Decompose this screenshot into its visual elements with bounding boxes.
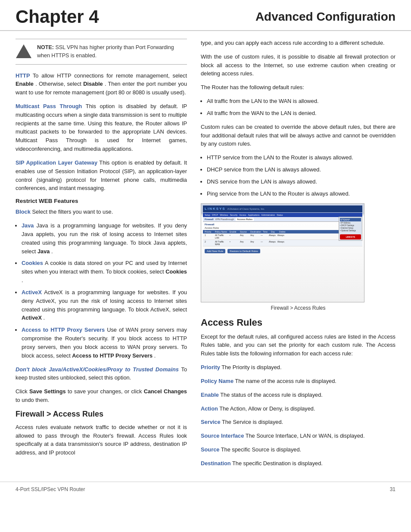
ss-r1-time: — — [261, 234, 267, 239]
policy-name-term: Policy Name — [201, 378, 234, 384]
save-para: Click Save Settings to save your changes… — [16, 387, 187, 404]
ss-r1-dest: Any — [250, 234, 259, 239]
firewall-body-text: Access rules evaluate network traffic to… — [16, 424, 187, 456]
service-body: The Service is displayed. — [222, 419, 283, 425]
list-item: HTTP service from the LAN to the Router … — [207, 153, 395, 162]
ss-col-enable: Enable — [230, 230, 238, 233]
activex-end: . — [44, 314, 45, 321]
ss-r2-dest: Any — [250, 240, 259, 246]
note-content: NOTE: SSL VPN has higher priority than P… — [37, 44, 187, 60]
ss-col-time: Time — [263, 230, 269, 233]
list-item: DNS service from the LAN is always allow… — [207, 177, 395, 186]
firewall-heading: Firewall > Access Rules — [16, 410, 187, 419]
multicast-para: Multicast Pass Through This option is di… — [16, 102, 187, 153]
ss-nav-dhcp: DHCP — [212, 214, 218, 216]
ss-sidebar-content: • IP Address • DHCP Settings • Internet … — [340, 222, 361, 233]
right-intro: type, and you can apply each access rule… — [201, 39, 395, 47]
ss-r2-enable: • — [230, 240, 238, 246]
service-term: Service — [201, 419, 221, 425]
list-item: All traffic from the LAN to the WAN is a… — [207, 97, 395, 106]
right-column: type, and you can apply each access rule… — [196, 39, 395, 473]
ss-linksys-badge: LINKSYS — [340, 234, 361, 240]
field-service: Service The Service is displayed. — [201, 418, 395, 426]
dont-block-term: Don't block Java/ActiveX/Cookies/Proxy t… — [16, 366, 179, 373]
proxy-term: Access to HTTP Proxy Servers — [22, 327, 105, 333]
enable-term: Enable — [201, 392, 219, 398]
block-body: Select the filters you want to use. — [32, 208, 113, 215]
ss-restore-button[interactable]: Restore to Default Rules — [227, 249, 260, 253]
field-source-interface: Source Interface The Source Interface, L… — [201, 432, 395, 440]
ss-tab-firewall: Firewall — [205, 218, 213, 221]
activex-body: ActiveX is a programming language for we… — [22, 289, 187, 313]
cookies-term: Cookies — [22, 260, 43, 266]
source-body: The specific Source is displayed. — [221, 446, 301, 453]
ss-linksys-logo: LINKSYS — [205, 207, 226, 211]
restrict-heading: Restrict WEB Features — [16, 198, 187, 204]
firewall-body: Access rules evaluate network traffic to… — [16, 423, 187, 457]
ss-r2-time: — — [261, 240, 267, 246]
ss-col-dest: Destination — [250, 230, 261, 233]
chapter-title: Chapter 4 — [16, 8, 99, 26]
ss-nav-status: Status — [277, 214, 283, 216]
ss-add-button[interactable]: Add New Rule — [205, 249, 225, 253]
http-term: HTTP — [16, 72, 30, 79]
cancel-bold: Cancel Changes — [144, 388, 187, 395]
save-bold: Save Settings — [29, 388, 66, 395]
ss-logo-sub: A Division of Cisco Systems, Inc. — [227, 208, 265, 210]
ss-r2-source: Any — [240, 240, 249, 246]
page-footer: 4-Port SSL/IPSec VPN Router 31 — [0, 482, 411, 497]
note-body: SSL VPN has higher priority than Port Fo… — [37, 44, 174, 59]
ss-col-day: Day — [271, 230, 277, 233]
default-rules-list: All traffic from the LAN to the WAN is a… — [207, 97, 395, 118]
destination-body: The specific Destination is displayed. — [232, 460, 323, 467]
java-bold: Java — [37, 248, 50, 255]
field-action: Action The Action, Allow or Deny, is dis… — [201, 404, 395, 413]
destination-term: Destination — [201, 460, 231, 467]
cookies-bold: Cookies — [165, 268, 187, 275]
block-para: Block Select the filters you want to use… — [16, 208, 187, 216]
activex-term: ActiveX — [22, 289, 42, 296]
field-priority: Priority The Priority is displayed. — [201, 363, 395, 372]
ss-r1-day: Always — [269, 234, 276, 239]
ss-r2-delete: Always — [277, 240, 361, 246]
field-destination: Destination The specific Destination is … — [201, 459, 395, 468]
save-end: to undo them. — [16, 397, 49, 403]
http-disable: Disable — [83, 81, 103, 87]
multicast-term: Multicast Pass Through — [16, 103, 82, 109]
section-title: Advanced Configuration — [255, 8, 395, 24]
sip-para: SIP Application Layer Gateway This optio… — [16, 159, 187, 193]
source-interface-term: Source Interface — [201, 432, 244, 439]
source-term: Source — [201, 446, 219, 453]
http-body: To allow HTTP connections for remote man… — [33, 72, 187, 79]
warning-icon — [16, 44, 31, 58]
ss-r2-priority: 2 — [205, 240, 213, 246]
java-term: Java — [22, 222, 34, 229]
list-item: Java Java is a programming language for … — [22, 221, 187, 255]
list-item: Cookies A cookie is data stored on your … — [22, 259, 187, 284]
cookies-end: . — [22, 277, 23, 283]
policy-name-body: The name of the access rule is displayed… — [235, 378, 336, 384]
page-header: Chapter 4 Advanced Configuration — [0, 0, 411, 31]
ss-nav-access: Access — [239, 214, 246, 216]
access-rules-heading: Access Rules — [201, 317, 395, 328]
left-column: NOTE: SSL VPN has higher priority than P… — [16, 39, 196, 473]
content-area: NOTE: SSL VPN has higher priority than P… — [0, 39, 411, 473]
ss-button-row: Add New Rule Restore to Default Rules — [203, 247, 362, 255]
ss-header-bar: LINKSYS A Division of Cisco Systems, Inc… — [203, 205, 362, 212]
dont-block-para: Don't block Java/ActiveX/Cookies/Proxy t… — [16, 365, 187, 383]
java-end: . — [51, 248, 53, 255]
cookies-body: A cookie is data stored on your PC and u… — [22, 260, 187, 275]
screenshot-box: LINKSYS A Division of Cisco Systems, Inc… — [201, 203, 364, 302]
ss-col-priority: Priority — [205, 230, 213, 233]
http-para: HTTP To allow HTTP connections for remot… — [16, 72, 187, 97]
footer-product: 4-Port SSL/IPSec VPN Router — [16, 486, 85, 492]
footer-page: 31 — [390, 486, 395, 492]
field-enable: Enable The status of the access rule is … — [201, 391, 395, 399]
proxy-end: . — [154, 352, 156, 359]
ss-r2-day: Always — [269, 240, 276, 246]
ss-col-source: Source — [240, 230, 249, 233]
ss-tab-access: Access Rules — [236, 218, 254, 221]
ss-nav-admin: Administration — [262, 214, 275, 216]
ss-nav-apps: Applications — [248, 214, 260, 216]
ss-r1-name: All Traffic LAN — [215, 234, 228, 239]
